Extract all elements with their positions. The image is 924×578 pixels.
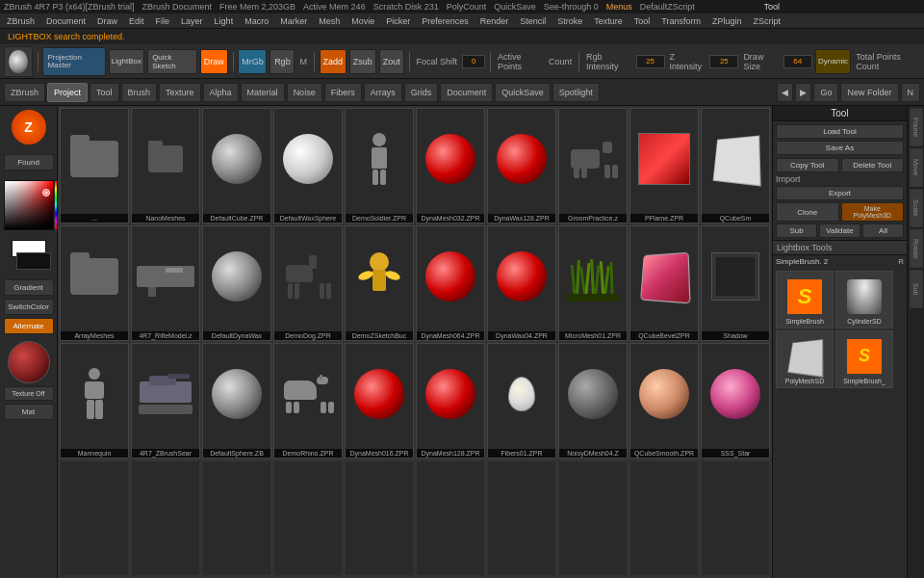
menu-preferences[interactable]: Preferences (419, 15, 472, 27)
menu-document[interactable]: Document (43, 15, 89, 27)
color-picker[interactable] (4, 180, 54, 230)
found-btn[interactable]: Found (4, 154, 54, 171)
grid-item-22[interactable]: DefaultSphere.ZB (202, 343, 271, 459)
brush-simple2[interactable]: S SimpleBrush_ (835, 330, 893, 388)
dynamic-btn[interactable]: Dynamic (815, 49, 852, 74)
frame-btn[interactable]: Frame (910, 108, 923, 146)
grid-item-14[interactable]: DemoZSketchBuc (345, 225, 414, 341)
copy-tool-btn[interactable]: Copy Tool (776, 158, 839, 172)
go-btn[interactable]: Go (813, 83, 838, 102)
tab-grids[interactable]: Grids (404, 83, 439, 102)
tab-tool[interactable]: Tool (90, 83, 119, 102)
grid-item-24[interactable]: DynaMesh016.ZPR (345, 343, 414, 459)
switch-color-btn[interactable]: SwitchColor (4, 299, 54, 315)
gradient-btn[interactable]: Gradient (4, 279, 54, 296)
tab-quicksave[interactable]: QuickSave (495, 83, 551, 102)
tab-zbrush[interactable]: ZBrush (4, 83, 45, 102)
clone-btn[interactable]: Clone (776, 202, 839, 222)
zbrush-logo[interactable]: Z (12, 110, 46, 144)
brush-icon-btn[interactable] (4, 46, 33, 77)
tab-project[interactable]: Project (47, 83, 88, 102)
grid-item-28[interactable]: QCubeSmooth.ZPR (629, 343, 699, 459)
rgb-btn[interactable]: Rgb (270, 49, 295, 74)
z-intensity-input[interactable] (709, 55, 738, 68)
nav-prev-btn[interactable]: ◀ (777, 83, 793, 102)
menu-zscript[interactable]: ZScript (751, 15, 784, 27)
background-color[interactable] (16, 252, 51, 270)
grid-item-9[interactable]: QCubeSm (701, 108, 770, 223)
title-menus[interactable]: Menus (606, 2, 632, 12)
save-as-btn[interactable]: Save As (776, 141, 904, 155)
title-defaultscript[interactable]: DefaultZScript (640, 2, 695, 12)
menu-zplugin[interactable]: ZPlugin (709, 15, 745, 27)
rotate-btn[interactable]: Rotate (910, 229, 923, 268)
material-sphere[interactable] (8, 341, 50, 383)
brush-polymesh[interactable]: PolyMeshSD (776, 330, 834, 388)
menu-draw[interactable]: Draw (94, 15, 120, 27)
grid-item-15[interactable]: DynaMesh064.ZPR (416, 225, 485, 341)
grid-item-8[interactable]: PFlame.ZPR (629, 108, 699, 223)
grid-item-17[interactable]: MicroMesh01.ZPR (558, 225, 628, 341)
move-btn[interactable]: Move (910, 148, 923, 187)
menu-edit[interactable]: Edit (126, 15, 147, 27)
menu-picker[interactable]: Picker (383, 15, 413, 27)
menu-stroke[interactable]: Stroke (554, 15, 585, 27)
material-btn[interactable]: Mat (4, 404, 54, 420)
grid-item-6[interactable]: DynaWax128.ZPR (487, 108, 556, 223)
grid-item-19[interactable]: Shadow (701, 225, 770, 341)
menu-light[interactable]: Light (212, 15, 237, 27)
grid-item-12[interactable]: DefaultDynaWax (202, 225, 271, 341)
tab-alpha[interactable]: Alpha (203, 83, 239, 102)
grid-item-26[interactable]: Fibers01.ZPR (487, 343, 556, 459)
nav-next-btn[interactable]: ▶ (795, 83, 811, 102)
tab-arrays[interactable]: Arrays (364, 83, 402, 102)
sub2-btn[interactable]: Sub (910, 270, 923, 308)
zadd-btn[interactable]: Zadd (320, 49, 346, 74)
texture-off-btn[interactable]: Texture Off (4, 386, 54, 401)
export-btn[interactable]: Export (776, 186, 904, 200)
grid-item-25[interactable]: DynaMesh128.ZPR (416, 343, 485, 459)
grid-item-27[interactable]: NoisyDMesh04.Z (558, 343, 628, 459)
zout-btn[interactable]: Zout (379, 49, 404, 74)
rgb-intensity-input[interactable] (636, 55, 665, 68)
menu-layer[interactable]: Layer (178, 15, 206, 27)
grid-item-3[interactable]: DefaultWaxSphere (273, 108, 343, 223)
tab-material[interactable]: Material (241, 83, 285, 102)
tab-spotlight[interactable]: Spotlight (552, 83, 600, 102)
alternate-btn[interactable]: Alternate (4, 318, 54, 334)
grid-item-1[interactable]: NanoMeshes (131, 108, 200, 223)
grid-item-23[interactable]: DemoRhino.ZPR (273, 343, 343, 459)
lightbox-btn[interactable]: LightBox (109, 49, 145, 74)
tab-document[interactable]: Document (440, 83, 493, 102)
menu-texture[interactable]: Texture (591, 15, 626, 27)
menu-movie[interactable]: Movie (348, 15, 377, 27)
draw-btn[interactable]: Draw (200, 49, 228, 74)
menu-render[interactable]: Render (477, 15, 512, 27)
make-polymesh-btn[interactable]: Make PolyMesh3D (841, 202, 905, 222)
n-btn[interactable]: N (901, 83, 921, 102)
sub-btn[interactable]: Sub (776, 223, 817, 238)
grid-item-21[interactable]: 4R7_ZBrushSear (131, 343, 200, 459)
brush-simple[interactable]: S SimpleBrush (776, 271, 834, 328)
menu-macro[interactable]: Macro (242, 15, 271, 27)
zsub-btn[interactable]: Zsub (349, 49, 376, 74)
tab-brush[interactable]: Brush (121, 83, 158, 102)
load-tool-btn[interactable]: Load Tool (776, 124, 904, 139)
grid-item-10[interactable]: ArrayMeshes (60, 225, 129, 341)
menu-stencil[interactable]: Stencil (517, 15, 549, 27)
grid-item-0[interactable]: ... (60, 108, 129, 223)
grid-item-2[interactable]: DefaultCube.ZPR (202, 108, 271, 223)
brush-cylinder[interactable]: CylinderSD (835, 271, 893, 328)
tab-fibers[interactable]: Fibers (324, 83, 362, 102)
grid-item-18[interactable]: QCubeBevelZPR (629, 225, 699, 341)
menu-file[interactable]: File (153, 15, 173, 27)
grid-item-11[interactable]: 4R7_RifleModel.z (131, 225, 200, 341)
focal-shift-input[interactable] (462, 55, 485, 68)
validate-btn[interactable]: Validate (819, 223, 860, 238)
quick-sketch-btn[interactable]: Quick Sketch (147, 49, 197, 74)
menu-zbrush[interactable]: ZBrush (4, 15, 38, 27)
tab-noise[interactable]: Noise (287, 83, 322, 102)
mpgb-btn[interactable]: MrGb (238, 49, 267, 74)
menu-marker[interactable]: Marker (277, 15, 310, 27)
draw-size-input[interactable] (783, 55, 812, 68)
